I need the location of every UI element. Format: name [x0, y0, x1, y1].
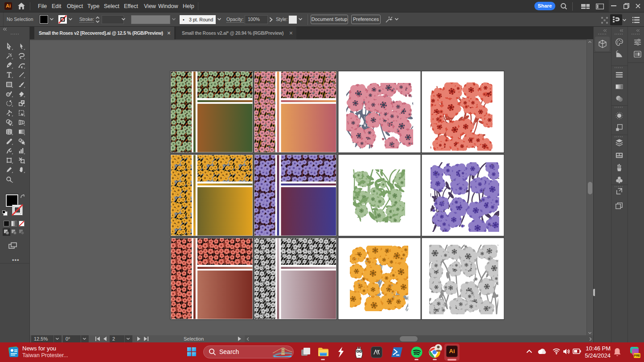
svg-text:PRE: PRE: [634, 354, 640, 357]
